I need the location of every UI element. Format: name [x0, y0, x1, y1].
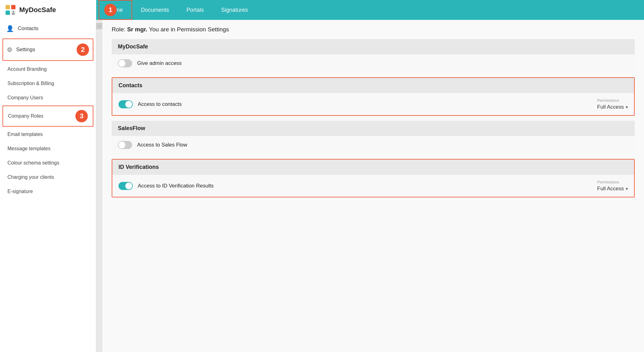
- section-id-header: ID Verifications: [112, 160, 634, 175]
- label-access-salesflow: Access to Sales Flow: [137, 142, 628, 148]
- sidebar-company-roles[interactable]: Company Roles 3: [2, 106, 93, 127]
- label-access-id: Access to ID Verification Results: [138, 183, 592, 189]
- row-admin-access: Give admin access: [112, 54, 635, 72]
- svg-rect-6: [12, 13, 15, 15]
- permissions-contacts-col: Permissions Full Access ▾: [597, 98, 628, 110]
- toggle-admin-access[interactable]: [118, 59, 132, 67]
- section-contacts: Contacts Access to contacts Permissions …: [112, 77, 635, 116]
- section-id-verifications: ID Verifications Access to ID Verificati…: [112, 159, 635, 197]
- contacts-icon: 👤: [6, 25, 14, 32]
- page-title: Role: Sr mgr. You are in Permission Sett…: [112, 26, 635, 33]
- sidebar-settings-label: Settings: [16, 47, 35, 53]
- scroll-indicator: −: [96, 20, 102, 352]
- permissions-id-value: Full Access: [597, 186, 624, 192]
- main-layout: 👤 Contacts ⚙ Settings 2 Account Branding…: [0, 20, 644, 352]
- step-1-badge: 1: [104, 4, 117, 16]
- label-access-contacts: Access to contacts: [138, 101, 592, 107]
- sidebar-contacts-label: Contacts: [18, 25, 38, 32]
- row-access-id: Access to ID Verification Results Permis…: [112, 175, 634, 197]
- top-navigation: MyDocSafe Home Documents Portals Signatu…: [0, 0, 644, 20]
- sidebar-account-branding[interactable]: Account Branding: [0, 62, 96, 76]
- main-content: Role: Sr mgr. You are in Permission Sett…: [102, 20, 644, 352]
- chevron-down-id-icon: ▾: [626, 186, 628, 191]
- nav-signatures[interactable]: Signatures: [212, 0, 257, 20]
- permissions-id-label: Permissions: [597, 180, 619, 184]
- svg-point-5: [12, 11, 14, 13]
- toggle-access-id[interactable]: [119, 182, 133, 190]
- svg-rect-3: [6, 11, 10, 15]
- row-access-contacts: Access to contacts Permissions Full Acce…: [112, 93, 634, 115]
- permissions-contacts-value: Full Access: [597, 104, 624, 110]
- logo-text: MyDocSafe: [19, 6, 56, 14]
- nav-documents[interactable]: Documents: [132, 0, 178, 20]
- section-mydocsafe-header: MyDocSafe: [112, 39, 635, 54]
- scroll-minus[interactable]: −: [96, 23, 102, 29]
- permissions-id-dropdown[interactable]: Full Access ▾: [597, 186, 628, 192]
- section-contacts-header: Contacts: [112, 78, 634, 93]
- svg-rect-1: [6, 5, 10, 9]
- sidebar-email-templates[interactable]: Email templates: [0, 127, 96, 142]
- step-3-badge: 3: [75, 110, 88, 122]
- section-salesflow-header: SalesFlow: [112, 121, 635, 136]
- section-salesflow: SalesFlow Access to Sales Flow: [112, 121, 635, 154]
- label-admin-access: Give admin access: [137, 60, 628, 66]
- toggle-access-contacts[interactable]: [119, 100, 133, 108]
- nav-items: Home Documents Portals Signatures: [96, 0, 257, 20]
- step-2-badge: 2: [77, 43, 89, 56]
- sidebar-message-templates[interactable]: Message templates: [0, 142, 96, 156]
- permissions-contacts-label: Permissions: [597, 98, 619, 103]
- svg-rect-2: [11, 5, 16, 9]
- permissions-contacts-dropdown[interactable]: Full Access ▾: [597, 104, 628, 110]
- sidebar-colour-schema[interactable]: Colour schema settings: [0, 156, 96, 170]
- nav-portals[interactable]: Portals: [178, 0, 212, 20]
- sidebar-settings[interactable]: ⚙ Settings 2: [2, 38, 93, 61]
- sidebar-charging-clients[interactable]: Charging your clients: [0, 170, 96, 184]
- logo-icon: [5, 4, 16, 16]
- sidebar: 👤 Contacts ⚙ Settings 2 Account Branding…: [0, 20, 96, 352]
- sidebar-contacts[interactable]: 👤 Contacts: [0, 20, 96, 37]
- chevron-down-icon: ▾: [626, 105, 628, 110]
- logo-area: MyDocSafe: [0, 0, 96, 20]
- sidebar-esignature[interactable]: E-signature: [0, 184, 96, 199]
- sidebar-company-users[interactable]: Company Users: [0, 91, 96, 105]
- toggle-access-salesflow[interactable]: [118, 141, 132, 149]
- sidebar-subscription-billing[interactable]: Subscription & Billing: [0, 76, 96, 91]
- section-mydocsafe: MyDocSafe Give admin access: [112, 39, 635, 72]
- permissions-id-col: Permissions Full Access ▾: [597, 180, 628, 192]
- row-access-salesflow: Access to Sales Flow: [112, 136, 635, 154]
- settings-icon: ⚙: [7, 46, 12, 53]
